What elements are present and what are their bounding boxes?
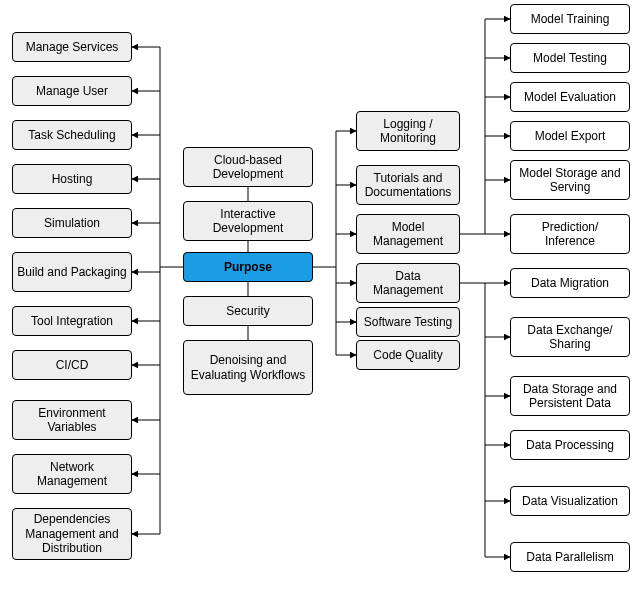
label: Data Migration [531, 276, 609, 290]
node-denoising-eval-workflows: Denoising and Evaluating Workflows [183, 340, 313, 395]
node-security: Security [183, 296, 313, 326]
node-simulation: Simulation [12, 208, 132, 238]
label: Model Storage and Serving [515, 166, 625, 195]
label: Manage Services [26, 40, 119, 54]
node-model-management: Model Management [356, 214, 460, 254]
node-build-packaging: Build and Packaging [12, 252, 132, 292]
node-model-evaluation: Model Evaluation [510, 82, 630, 112]
node-model-training: Model Training [510, 4, 630, 34]
label: Model Management [361, 220, 455, 249]
node-network-management: Network Management [12, 454, 132, 494]
label: Model Export [535, 129, 606, 143]
label: Data Storage and Persistent Data [515, 382, 625, 411]
label: Purpose [224, 260, 272, 274]
label: Network Management [17, 460, 127, 489]
label: Model Evaluation [524, 90, 616, 104]
node-data-migration: Data Migration [510, 268, 630, 298]
node-tutorials-docs: Tutorials and Documentations [356, 165, 460, 205]
node-task-scheduling: Task Scheduling [12, 120, 132, 150]
label: Data Parallelism [526, 550, 613, 564]
node-environment-variables: Environment Variables [12, 400, 132, 440]
label: Logging / Monitoring [361, 117, 455, 146]
node-dependencies-mgmt-dist: Dependencies Management and Distribution [12, 508, 132, 560]
label: Model Training [531, 12, 610, 26]
label: Cloud-based Development [188, 153, 308, 182]
label: Model Testing [533, 51, 607, 65]
label: Data Management [361, 269, 455, 298]
node-logging-monitoring: Logging / Monitoring [356, 111, 460, 151]
node-purpose: Purpose [183, 252, 313, 282]
node-prediction-inference: Prediction/ Inference [510, 214, 630, 254]
node-tool-integration: Tool Integration [12, 306, 132, 336]
node-interactive-dev: Interactive Development [183, 201, 313, 241]
node-cloud-based-dev: Cloud-based Development [183, 147, 313, 187]
label: CI/CD [56, 358, 89, 372]
node-cicd: CI/CD [12, 350, 132, 380]
label: Software Testing [364, 315, 453, 329]
label: Prediction/ Inference [515, 220, 625, 249]
label: Manage User [36, 84, 108, 98]
label: Simulation [44, 216, 100, 230]
label: Task Scheduling [28, 128, 115, 142]
node-data-parallelism: Data Parallelism [510, 542, 630, 572]
label: Tool Integration [31, 314, 113, 328]
label: Data Processing [526, 438, 614, 452]
node-model-export: Model Export [510, 121, 630, 151]
label: Data Visualization [522, 494, 618, 508]
node-model-testing: Model Testing [510, 43, 630, 73]
node-hosting: Hosting [12, 164, 132, 194]
diagram-canvas: Purpose Manage Services Manage User Task… [0, 0, 640, 597]
label: Denoising and Evaluating Workflows [188, 353, 308, 382]
label: Interactive Development [188, 207, 308, 236]
node-software-testing: Software Testing [356, 307, 460, 337]
node-manage-user: Manage User [12, 76, 132, 106]
label: Build and Packaging [17, 265, 126, 279]
node-data-processing: Data Processing [510, 430, 630, 460]
node-data-visualization: Data Visualization [510, 486, 630, 516]
node-model-storage-serving: Model Storage and Serving [510, 160, 630, 200]
label: Tutorials and Documentations [361, 171, 455, 200]
label: Hosting [52, 172, 93, 186]
label: Security [226, 304, 269, 318]
node-data-exchange-sharing: Data Exchange/ Sharing [510, 317, 630, 357]
label: Data Exchange/ Sharing [515, 323, 625, 352]
label: Code Quality [373, 348, 442, 362]
label: Environment Variables [17, 406, 127, 435]
label: Dependencies Management and Distribution [17, 512, 127, 555]
node-code-quality: Code Quality [356, 340, 460, 370]
node-manage-services: Manage Services [12, 32, 132, 62]
node-data-management: Data Management [356, 263, 460, 303]
node-data-storage-persistent: Data Storage and Persistent Data [510, 376, 630, 416]
